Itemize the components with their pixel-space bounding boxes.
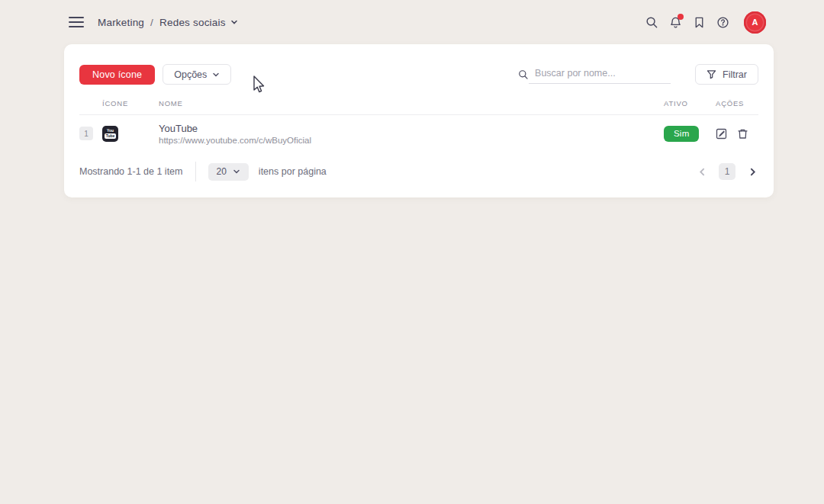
header-ativo: ATIVO — [664, 99, 716, 108]
chevron-down-icon — [230, 18, 238, 26]
chevron-right-icon — [748, 168, 757, 176]
edit-icon — [716, 128, 727, 140]
breadcrumb-current-label: Redes sociais — [159, 17, 226, 28]
avatar-initial: A — [752, 18, 758, 27]
options-button[interactable]: Opções — [163, 64, 231, 85]
breadcrumb-section[interactable]: Marketing — [98, 17, 144, 28]
page-navigation: 1 — [696, 163, 758, 180]
search-icon[interactable] — [645, 15, 658, 29]
chevron-down-icon — [212, 71, 220, 79]
help-icon[interactable] — [716, 15, 729, 29]
chevron-left-icon — [698, 168, 707, 176]
notification-dot — [678, 14, 684, 20]
previous-page-button[interactable] — [696, 165, 708, 178]
active-status-badge: Sim — [664, 126, 699, 142]
youtube-icon-top-text: You — [107, 129, 114, 133]
pagination-bar: Mostrando 1-1 de 1 item 20 itens por pág… — [79, 162, 758, 181]
delete-button[interactable] — [737, 128, 748, 140]
next-page-button[interactable] — [746, 165, 758, 178]
divider — [195, 162, 196, 181]
topbar: Marketing / Redes sociais A — [0, 0, 824, 44]
header-acoes: AÇÕES — [716, 99, 758, 108]
breadcrumb-separator: / — [150, 17, 153, 28]
chevron-down-icon — [233, 168, 240, 175]
table-header-row: ÍCONE NOME ATIVO AÇÕES — [79, 99, 758, 115]
filter-button-label: Filtrar — [723, 69, 747, 80]
bookmark-icon[interactable] — [692, 15, 706, 29]
row-url: https://www.youtube.com/c/wBuyOficial — [159, 136, 664, 145]
youtube-icon-bottom-text: Tube — [105, 133, 117, 139]
row-name: YouTube — [159, 123, 664, 134]
menu-icon[interactable] — [69, 17, 84, 27]
content-card: Novo ícone Opções Filtrar ÍCONE NOME ATI… — [64, 44, 774, 197]
row-index-badge: 1 — [79, 127, 93, 140]
header-icone: ÍCONE — [102, 99, 159, 108]
filter-button[interactable]: Filtrar — [695, 64, 758, 85]
breadcrumb: Marketing / Redes sociais — [98, 17, 238, 28]
page-size-value: 20 — [217, 166, 227, 177]
page-number-button[interactable]: 1 — [719, 163, 735, 180]
toolbar: Novo ícone Opções Filtrar — [79, 64, 758, 85]
new-icon-button[interactable]: Novo ícone — [79, 65, 155, 85]
table-row: 1 You Tube YouTube https://www.youtube.c… — [79, 115, 758, 152]
search-icon — [518, 69, 529, 80]
avatar[interactable]: A — [744, 11, 766, 34]
notifications-bell-icon[interactable] — [668, 15, 682, 29]
row-actions — [716, 128, 758, 140]
search-field-group — [518, 65, 671, 84]
topbar-actions: A — [645, 11, 766, 34]
breadcrumb-current-dropdown[interactable]: Redes sociais — [159, 17, 238, 28]
search-input[interactable] — [529, 65, 671, 84]
trash-icon — [737, 128, 748, 140]
per-page-label: itens por página — [259, 166, 327, 177]
youtube-icon: You Tube — [102, 126, 118, 142]
filter-funnel-icon — [707, 69, 716, 79]
options-button-label: Opções — [174, 69, 207, 80]
pagination-summary: Mostrando 1-1 de 1 item — [79, 166, 183, 177]
header-nome: NOME — [159, 99, 664, 108]
edit-button[interactable] — [716, 128, 727, 140]
page-size-select[interactable]: 20 — [208, 163, 249, 181]
